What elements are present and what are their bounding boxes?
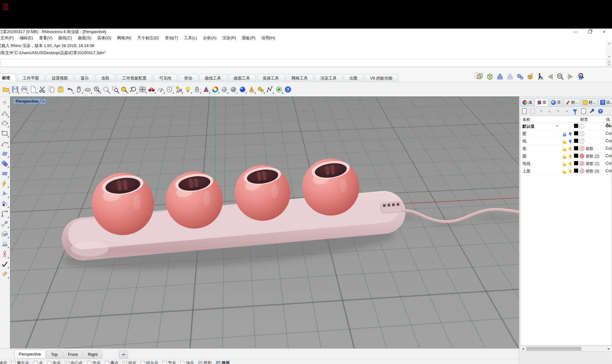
layer-linetype[interactable]: Cont <box>606 154 612 158</box>
toolbar-tab[interactable]: 网格工具 <box>286 74 314 82</box>
new-viewport-tab[interactable] <box>119 350 128 358</box>
layer-linetype[interactable]: Con <box>606 124 612 128</box>
menu-item[interactable]: 曲线(C) <box>55 35 75 41</box>
tab-materials[interactable]: 材... <box>563 98 580 107</box>
scroll-left-icon[interactable]: ◄ <box>520 346 526 351</box>
toolbar-tab[interactable]: 可见性 <box>153 74 177 82</box>
checkbox[interactable] <box>87 361 91 364</box>
toolbar-tab[interactable]: 出图 <box>344 74 363 82</box>
osnap-toggle[interactable]: 投影 <box>198 360 212 364</box>
toolbar-tab[interactable]: 渲染工具 <box>315 74 343 82</box>
checkbox[interactable] <box>141 361 145 364</box>
material-swatch[interactable] <box>580 139 584 144</box>
open-folder-icon[interactable] <box>2 84 10 94</box>
menu-item[interactable]: 说明(H) <box>258 35 278 41</box>
scrollbar-thumb[interactable] <box>526 347 581 351</box>
layer-linetype[interactable]: Cont <box>606 131 612 136</box>
restore-icon[interactable] <box>583 29 597 35</box>
zoom-window-icon[interactable] <box>111 84 120 94</box>
new-layer-icon[interactable] <box>521 108 527 114</box>
toolbar-tab[interactable]: 工作平面 <box>17 74 45 82</box>
move-up-icon[interactable]: ▲ <box>547 108 553 114</box>
tools-hammer-icon[interactable] <box>589 108 595 114</box>
checkbox[interactable] <box>123 361 127 364</box>
scroll-right-icon[interactable]: ► <box>606 346 611 351</box>
tab-properties[interactable]: 属 <box>520 98 534 107</box>
spinner-down-icon[interactable]: ▼ <box>606 63 612 66</box>
center-snap-icon[interactable] <box>165 84 174 94</box>
osnap-toggle[interactable]: 停用 <box>216 360 230 364</box>
surface-sheet-icon[interactable] <box>0 148 9 158</box>
toolbar-tab[interactable]: 曲线工具 <box>199 74 227 82</box>
tab-help[interactable]: ?说... <box>598 98 612 107</box>
shapes-icon[interactable] <box>174 84 183 94</box>
curve-points-icon[interactable] <box>0 108 9 118</box>
osnap-toggle[interactable]: 端点 <box>0 360 7 364</box>
layer-color-swatch[interactable] <box>574 146 578 150</box>
viewport-tab[interactable]: Top <box>46 350 62 358</box>
ellipse-icon[interactable] <box>0 118 9 128</box>
toolbar-tab[interactable]: 标准 <box>0 73 16 82</box>
checkbox[interactable] <box>180 361 185 364</box>
point-icon[interactable] <box>0 98 9 108</box>
paste-icon[interactable] <box>56 84 65 94</box>
checkbox[interactable] <box>198 361 202 364</box>
perspective-viewport[interactable]: Perspective ▼ <box>10 97 519 348</box>
copy-icon[interactable] <box>47 84 56 94</box>
viewport-tab[interactable]: Perspective <box>14 350 45 358</box>
layer-name[interactable]: 默认值 <box>522 124 554 129</box>
layer-color-swatch[interactable] <box>574 154 578 158</box>
checkbox[interactable] <box>162 361 167 364</box>
material-swatch[interactable] <box>580 154 584 158</box>
tab-layers[interactable]: 图 <box>535 98 548 107</box>
shaded-sphere-icon[interactable] <box>220 84 229 94</box>
column-name[interactable]: 名称 <box>522 117 530 122</box>
move-icon[interactable] <box>0 219 9 229</box>
osnap-toggle[interactable]: 中心点 <box>65 360 83 364</box>
gears-icon[interactable] <box>256 84 265 94</box>
column-material[interactable]: 材质 <box>580 117 588 122</box>
pan-hand-icon[interactable] <box>74 84 83 94</box>
material-swatch[interactable] <box>580 131 584 136</box>
menu-item[interactable]: 编辑(E) <box>17 35 36 41</box>
array-icon[interactable] <box>0 249 9 259</box>
person-box-icon[interactable] <box>536 72 544 81</box>
menu-item[interactable]: 面板(P) <box>239 35 259 41</box>
solid-cube-icon[interactable] <box>486 72 494 81</box>
osnap-toggle[interactable]: 切点 <box>123 360 136 364</box>
rotate-cube-icon[interactable] <box>476 72 484 81</box>
layer-name[interactable]: 线 <box>522 139 554 144</box>
checkbox[interactable] <box>33 361 38 364</box>
osnap-toggle[interactable]: 点 <box>33 360 43 364</box>
polyline-icon[interactable] <box>265 84 274 94</box>
layer-color-swatch[interactable] <box>574 131 578 135</box>
material-name[interactable]: 塑胶 (2) <box>586 154 605 159</box>
color-wheel-icon[interactable] <box>211 84 220 94</box>
toolbar-tab[interactable]: 变动 <box>178 74 198 82</box>
layer-name[interactable]: 电线 <box>522 161 554 167</box>
layer-row[interactable]: 圆 塑胶 (2) Cont <box>520 153 611 160</box>
layer-linetype[interactable]: Cont <box>606 169 612 173</box>
osnap-toggle[interactable]: 四分点 <box>141 360 159 364</box>
lock-icon[interactable] <box>193 84 201 94</box>
zoom-icon[interactable] <box>93 84 101 94</box>
layer-name[interactable]: 圆 <box>522 154 554 159</box>
command-history[interactable]: 已载入 Rhino 渲染，版本 1.50, Apr 28 2019, 16:14… <box>0 41 612 59</box>
toolbar-tab[interactable]: 设置视图 <box>46 74 74 82</box>
cut-icon[interactable] <box>38 84 47 94</box>
stamp-muted-icon[interactable] <box>506 72 514 81</box>
menu-item[interactable]: 查看(V) <box>36 35 56 41</box>
layer-row[interactable]: 底 塑胶 Cont <box>520 145 611 153</box>
toolbar-tab[interactable]: 工作视窗配置 <box>116 74 152 82</box>
toolbar-tab[interactable]: 显示 <box>75 74 95 82</box>
material-name[interactable]: 塑胶 (1) <box>586 161 605 167</box>
toolbar-tab[interactable]: 选取 <box>96 74 115 82</box>
osnap-toggle[interactable]: 垂点 <box>105 360 119 364</box>
arc-icon[interactable] <box>0 138 9 148</box>
viewport-title[interactable]: Perspective ▼ <box>13 98 46 105</box>
tab-render[interactable]: 渲 <box>549 98 563 107</box>
layer-color-swatch[interactable] <box>574 124 578 128</box>
toolbar-tab[interactable]: 曲面工具 <box>228 74 256 82</box>
material-name[interactable]: 塑胶 (3) <box>586 169 605 174</box>
zoom-dynamic-icon[interactable] <box>102 84 110 94</box>
